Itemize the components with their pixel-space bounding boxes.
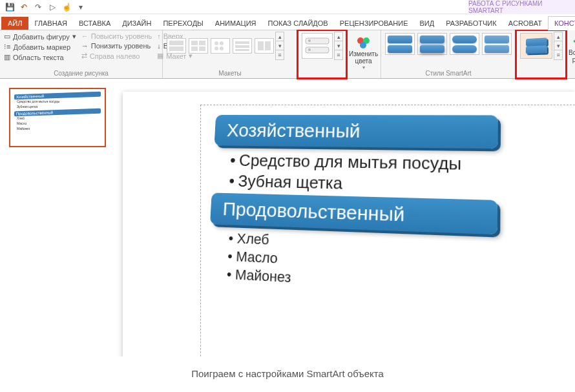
smartart-selection-frame[interactable]: Хозяйственный Средство для мытья посуды … (200, 105, 575, 356)
demote-button[interactable]: →Понизить уровень (80, 41, 154, 50)
workspace: Хозяйственный Средство для мытья посуды … (0, 79, 575, 356)
svg-point-17 (308, 39, 311, 42)
svg-rect-5 (199, 46, 205, 51)
add-bullet-button[interactable]: ⁝≡Добавить маркер (3, 42, 78, 52)
layout-option[interactable] (211, 38, 230, 54)
svg-rect-14 (265, 41, 271, 50)
group-label-layouts: Макеты (163, 69, 297, 78)
tab-design[interactable]: ДИЗАЙН (116, 17, 157, 30)
layout-preview-thumb[interactable] (302, 33, 333, 59)
tab-view[interactable]: ВИД (414, 17, 441, 30)
svg-point-18 (308, 48, 311, 51)
undo-icon[interactable]: ↶ (18, 1, 30, 13)
text-pane-button[interactable]: ▥Область текста (3, 52, 78, 62)
redo-icon[interactable]: ↷ (32, 1, 44, 13)
touch-mode-icon[interactable]: ☝ (61, 1, 72, 13)
colors-icon (356, 36, 371, 49)
figure-caption: Поиграем с настройками SmartArt объекта (0, 356, 575, 384)
ribbon: ▭Добавить фигуру ▾ ⁝≡Добавить маркер ▥Об… (0, 30, 575, 79)
svg-rect-4 (191, 46, 198, 51)
styles-gallery[interactable] (384, 32, 513, 56)
svg-rect-2 (191, 41, 198, 45)
tab-developer[interactable]: РАЗРАБОТЧИК (440, 17, 502, 30)
svg-point-21 (360, 42, 366, 48)
layouts-gallery[interactable]: ▴▾≡ (165, 32, 295, 60)
layout-option[interactable] (167, 38, 186, 54)
svg-point-9 (220, 46, 224, 50)
svg-rect-13 (258, 41, 264, 50)
tab-insert[interactable]: ВСТАВКА (73, 17, 116, 30)
tab-acrobat[interactable]: ACROBAT (503, 17, 548, 30)
change-colors-button[interactable]: Изменить цвета ▾ (349, 36, 378, 70)
reset-graphic-button[interactable]: Восста рису (569, 36, 575, 63)
style-option[interactable] (482, 33, 512, 55)
slide-canvas-area: Хозяйственный Средство для мытья посуды … (116, 79, 575, 356)
tab-review[interactable]: РЕЦЕНЗИРОВАНИЕ (334, 17, 414, 30)
start-show-icon[interactable]: ▷ (47, 1, 58, 13)
tab-home[interactable]: ГЛАВНАЯ (28, 17, 72, 30)
contextual-tab-title: РАБОТА С РИСУНКАМИ SMARTART (468, 0, 575, 14)
tab-constructor[interactable]: КОНСТРУКТОР (548, 16, 575, 30)
reset-icon (572, 36, 575, 48)
smartart-graphic[interactable]: Хозяйственный Средство для мытья посуды … (207, 115, 575, 304)
tab-transitions[interactable]: ПЕРЕХОДЫ (157, 17, 209, 30)
smartart-header[interactable]: Продовольственный (210, 192, 497, 234)
save-icon[interactable]: 💾 (4, 1, 16, 13)
tab-file[interactable]: АЙЛ (1, 17, 28, 30)
svg-rect-11 (235, 45, 249, 48)
tab-slideshow[interactable]: ПОКАЗ СЛАЙДОВ (262, 17, 334, 30)
layout-preview-spinner[interactable]: ▴▾≡ (334, 32, 343, 60)
smartart-header[interactable]: Хозяйственный (214, 115, 498, 149)
svg-rect-1 (169, 46, 183, 51)
rtl-button[interactable]: ⇄Справа налево (80, 51, 154, 61)
style-preview-thumb[interactable] (520, 33, 552, 59)
svg-point-6 (214, 41, 218, 45)
slide[interactable]: Хозяйственный Средство для мытья посуды … (123, 92, 575, 356)
ribbon-tabs: РАБОТА С РИСУНКАМИ SMARTART АЙЛ ГЛАВНАЯ … (0, 14, 575, 30)
selected-layout-preview: ▴▾≡ (298, 30, 346, 78)
group-label-create: Создание рисунка (0, 69, 162, 78)
layout-option[interactable] (255, 38, 274, 54)
selected-style-preview: ▴▾≡ (516, 30, 566, 78)
svg-rect-0 (169, 41, 183, 45)
svg-point-7 (220, 41, 224, 45)
slide-thumbnails-panel: Хозяйственный Средство для мытья посуды … (0, 79, 116, 356)
layouts-gallery-spinner[interactable]: ▴▾≡ (275, 32, 284, 60)
style-option[interactable] (450, 33, 479, 55)
slide-thumbnail[interactable]: Хозяйственный Средство для мытья посуды … (9, 88, 106, 147)
qat-dropdown-icon[interactable]: ▾ (75, 1, 87, 13)
layout-option[interactable] (189, 38, 208, 54)
add-shape-button[interactable]: ▭Добавить фигуру ▾ (3, 32, 78, 41)
svg-rect-12 (235, 49, 249, 51)
svg-rect-10 (235, 41, 249, 44)
style-preview-spinner[interactable]: ▴▾≡ (554, 32, 563, 60)
promote-button[interactable]: ←Повысить уровень (80, 32, 154, 41)
tab-animation[interactable]: АНИМАЦИЯ (209, 17, 262, 30)
group-label-styles: Стили SmartArt (381, 69, 516, 78)
style-option[interactable] (385, 33, 415, 55)
svg-rect-3 (199, 41, 205, 45)
style-option[interactable] (417, 33, 447, 55)
svg-point-8 (214, 46, 218, 50)
layout-option[interactable] (233, 38, 252, 54)
